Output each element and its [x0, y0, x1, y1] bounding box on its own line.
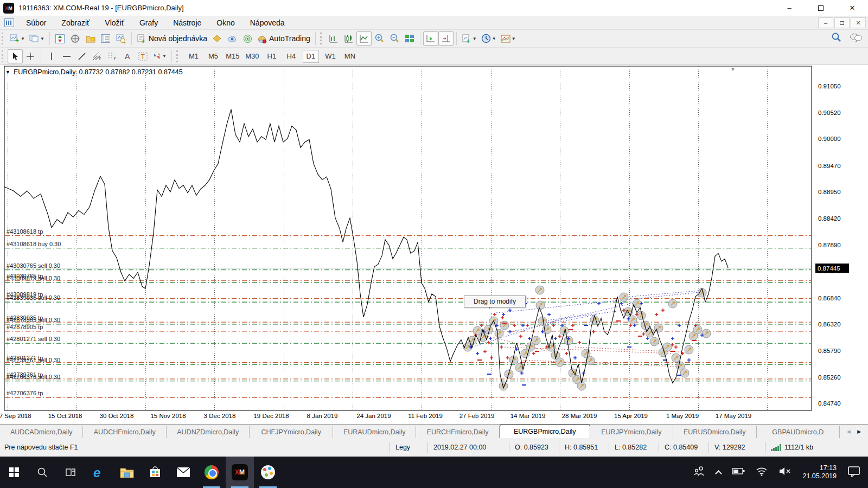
arrows-tool-button[interactable]: ▼: [150, 49, 169, 63]
candlestick-button[interactable]: [341, 31, 356, 46]
auto-scroll-button[interactable]: [423, 31, 438, 46]
horizontal-line-tool-button[interactable]: [59, 49, 74, 63]
child-restore-button[interactable]: [834, 17, 850, 28]
mql5-community-button[interactable]: [225, 31, 240, 46]
order-line-label[interactable]: #42839935 sell 0.30: [7, 294, 60, 301]
tabs-scroll-right-button[interactable]: ▶: [857, 429, 861, 434]
order-line-label[interactable]: #42801271 sell 0.30: [7, 336, 60, 343]
order-line-label[interactable]: #42739761 sell 0.30: [7, 357, 60, 364]
crosshair-tool-button[interactable]: [23, 49, 38, 63]
menu-item-vložiť[interactable]: Vložiť: [98, 17, 131, 28]
metaeditor-button[interactable]: [209, 31, 225, 46]
fibonacci-tool-button[interactable]: F: [105, 49, 120, 63]
navigator-button[interactable]: [83, 31, 98, 46]
order-line-label[interactable]: #43009819 sell 0.30: [7, 275, 60, 282]
trendline-tool-button[interactable]: [74, 49, 90, 63]
chart-tab-audcadmicro[interactable]: AUDCADmicro,Daily: [0, 426, 83, 438]
new-chart-button[interactable]: + ▼: [8, 31, 27, 46]
text-tool-button[interactable]: A: [120, 49, 135, 63]
battery-icon[interactable]: [732, 467, 745, 477]
paint-icon[interactable]: [254, 457, 282, 488]
wifi-icon[interactable]: [756, 467, 768, 478]
timeframe-m1-button[interactable]: M1: [186, 50, 202, 63]
menu-item-nápoveda[interactable]: Nápoveda: [244, 17, 291, 28]
toolbar-grip[interactable]: [176, 50, 180, 62]
chart-tab-euraudmicro[interactable]: EURAUDmicro,Daily: [333, 426, 416, 438]
chart-shift-button[interactable]: [438, 31, 454, 46]
tabs-scroll-left-button[interactable]: ◀: [847, 429, 851, 434]
order-line-label[interactable]: #43108618 tp: [7, 228, 43, 235]
timeframe-h4-button[interactable]: H4: [283, 50, 299, 63]
cursor-tool-button[interactable]: [8, 49, 23, 63]
profiles-button[interactable]: ▼: [27, 31, 47, 46]
close-button[interactable]: ✕: [837, 0, 868, 16]
toolbar-grip[interactable]: [2, 33, 5, 44]
mail-icon[interactable]: [169, 457, 197, 488]
line-chart-button[interactable]: [356, 31, 372, 46]
search-icon[interactable]: [831, 32, 842, 45]
tile-windows-button[interactable]: [402, 31, 417, 46]
tray-expand-icon[interactable]: [716, 470, 723, 477]
toolbar-grip[interactable]: [2, 50, 5, 62]
chart-tab-eurusdmicro[interactable]: EURUSDmicro,Daily: [673, 426, 756, 438]
chart-area[interactable]: ▼ EURGBPmicro,Daily 0.87732 0.87882 0.87…: [0, 65, 868, 424]
menu-item-zobraziť[interactable]: Zobraziť: [55, 17, 96, 28]
taskbar-search-icon[interactable]: [28, 457, 56, 488]
indicators-button[interactable]: + ▼: [459, 31, 479, 46]
order-line-label[interactable]: #42878905 sell 0.30: [7, 317, 60, 324]
status-profile[interactable]: Legy: [390, 442, 427, 453]
timeframe-m15-button[interactable]: M15: [225, 50, 241, 63]
menu-item-grafy[interactable]: Grafy: [133, 17, 164, 28]
price-chart-canvas[interactable]: [0, 65, 812, 424]
order-line-label[interactable]: #43108618 buy 0.30: [7, 241, 61, 248]
chrome-icon[interactable]: [197, 457, 226, 488]
action-center-icon[interactable]: [847, 465, 860, 479]
text-label-tool-button[interactable]: T: [135, 49, 150, 63]
chart-tab-gbpaudmicro[interactable]: GBPAUDmicro,D: [757, 426, 840, 438]
equidistant-channel-tool-button[interactable]: E: [90, 49, 105, 63]
store-icon[interactable]: [141, 457, 169, 488]
data-window-button[interactable]: [68, 31, 83, 46]
minimize-button[interactable]: –: [774, 0, 805, 16]
order-line-label[interactable]: #42878905 tp: [7, 324, 43, 331]
task-view-icon[interactable]: [56, 457, 85, 488]
market-watch-button[interactable]: [53, 31, 68, 46]
strategy-tester-button[interactable]: [113, 31, 129, 46]
order-line-label[interactable]: #42706376 sell 0.30: [7, 374, 60, 381]
child-minimize-button[interactable]: –: [818, 17, 833, 28]
chat-icon[interactable]: [850, 33, 863, 44]
menu-item-nástroje[interactable]: Nástroje: [167, 17, 208, 28]
timeframe-d1-button[interactable]: D1: [303, 50, 319, 63]
chart-tab-eurgbpmicro[interactable]: EURGBPmicro,Daily: [500, 425, 590, 438]
terminal-button[interactable]: [98, 31, 113, 46]
menu-item-okno[interactable]: Okno: [210, 17, 241, 28]
edge-icon[interactable]: e: [85, 457, 113, 488]
xm-app-icon[interactable]: XM: [226, 457, 254, 488]
chevron-down-icon[interactable]: ▼: [5, 69, 10, 75]
toolbar-grip[interactable]: [320, 33, 324, 44]
new-order-button[interactable]: + Nová objednávka: [135, 31, 209, 46]
volume-muted-icon[interactable]: [778, 466, 792, 478]
chart-tab-chfjpymicro[interactable]: CHFJPYmicro,Daily: [250, 426, 333, 438]
chart-tab-eurjpymicro[interactable]: EURJPYmicro,Daily: [590, 426, 673, 438]
templates-button[interactable]: ▼: [499, 31, 518, 46]
autotrading-button[interactable]: AutoTrading: [255, 31, 312, 46]
child-close-button[interactable]: ✕: [851, 17, 866, 28]
vertical-line-tool-button[interactable]: [44, 49, 59, 63]
chart-tab-audchfmicro[interactable]: AUDCHFmicro,Daily: [83, 426, 166, 438]
timeframe-m5-button[interactable]: M5: [205, 50, 221, 63]
chart-tab-audnzdmicro[interactable]: AUDNZDmicro,Daily: [167, 426, 250, 438]
timeframe-w1-button[interactable]: W1: [322, 50, 339, 63]
zoom-in-button[interactable]: [372, 31, 387, 46]
zoom-out-button[interactable]: [387, 31, 402, 46]
maximize-button[interactable]: [805, 0, 837, 16]
order-line-label[interactable]: #42706376 tp: [7, 390, 43, 397]
periods-button[interactable]: ▼: [479, 31, 499, 46]
chart-tab-eurchfmicro[interactable]: EURCHFmicro,Daily: [416, 426, 499, 438]
bar-chart-button[interactable]: [326, 31, 341, 46]
order-line-label[interactable]: #43030765 sell 0.30: [7, 262, 60, 269]
timeframe-mn-button[interactable]: MN: [342, 50, 358, 63]
taskbar-clock[interactable]: 17:13 21.05.2019: [802, 464, 837, 480]
timeframe-h1-button[interactable]: H1: [264, 50, 280, 63]
start-button[interactable]: [0, 457, 28, 488]
